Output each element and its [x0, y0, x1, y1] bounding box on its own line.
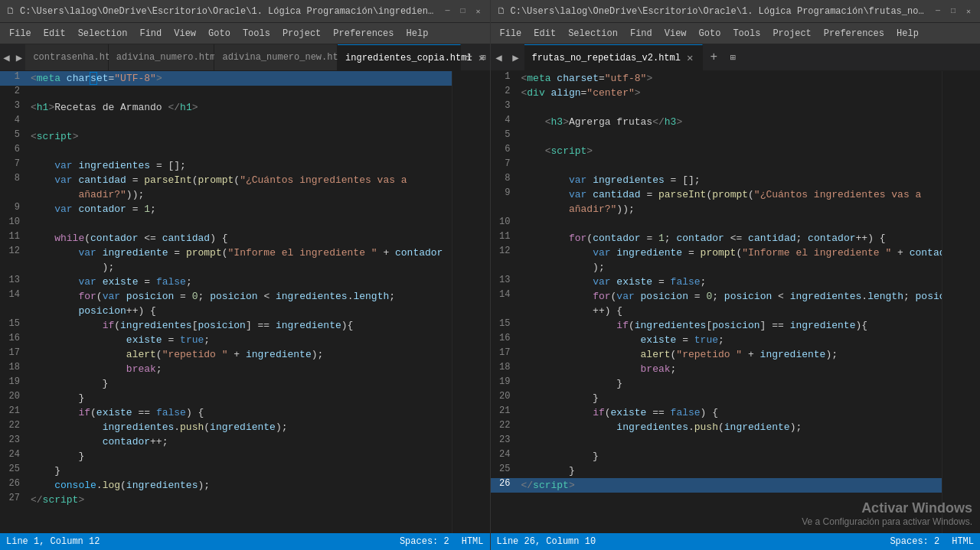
left-close-btn[interactable]: ✕: [473, 6, 484, 17]
left-line-12b: );: [0, 260, 452, 275]
right-maximize-btn[interactable]: □: [948, 6, 959, 17]
left-tab-bar: ◀ ▶ contrasenha.html adivina_numero.html…: [0, 44, 490, 71]
left-line-6: 6: [0, 144, 452, 158]
left-tab-add[interactable]: +: [461, 44, 477, 70]
left-line-2: 2: [0, 86, 452, 100]
left-line-19: 19 }: [0, 376, 452, 391]
right-line-8: 8 var ingredientes = [];: [491, 173, 942, 187]
right-menu-preferences[interactable]: Preferences: [818, 25, 890, 42]
right-minimize-btn[interactable]: ─: [933, 6, 943, 17]
left-line-24: 24 }: [0, 449, 452, 464]
left-line-27: 27 </script>: [0, 493, 452, 507]
left-line-7: 7 var ingredientes = [];: [0, 158, 452, 173]
right-menu-view[interactable]: View: [658, 25, 693, 42]
left-line-5: 5 <script>: [0, 129, 452, 144]
left-line-23: 23 contador++;: [0, 434, 452, 449]
left-file-icon: 🗋: [6, 5, 15, 17]
left-tab-prev[interactable]: ◀: [0, 44, 13, 70]
left-menu-help[interactable]: Help: [400, 25, 435, 42]
left-status-position: Line 1, Column 12: [6, 536, 100, 547]
right-line-20: 20 }: [491, 391, 942, 405]
right-status-spaces: Spaces: 2: [890, 536, 939, 547]
left-line-21: 21 if(existe == false) {: [0, 405, 452, 420]
right-title-bar: 🗋 C:\Users\lalog\OneDrive\Escritorio\Ora…: [491, 0, 981, 23]
right-menu-edit[interactable]: Edit: [528, 25, 562, 42]
left-line-16: 16 existe = true;: [0, 333, 452, 347]
right-line-21: 21 if(existe == false) {: [491, 405, 942, 420]
left-status-spaces: Spaces: 2: [400, 536, 449, 547]
right-code-area[interactable]: 1 <meta charset="utf-8"> 2 <div align="c…: [491, 71, 942, 533]
right-menu-bar: File Edit Selection Find View Goto Tools…: [491, 23, 981, 44]
right-line-18: 18 break;: [491, 362, 942, 376]
left-menu-file[interactable]: File: [3, 25, 38, 42]
left-line-17: 17 alert("repetido " + ingrediente);: [0, 347, 452, 362]
right-tab-bar: ◀ ▶ frutas_no_repetidas_v2.html ✕ + ⊞: [491, 44, 981, 71]
left-line-25: 25 }: [0, 464, 452, 478]
right-line-1: 1 <meta charset="utf-8">: [491, 71, 942, 86]
right-line-25: 25 }: [491, 464, 942, 478]
right-menu-project[interactable]: Project: [766, 25, 817, 42]
right-line-22: 22 ingredientes.push(ingrediente);: [491, 420, 942, 434]
right-line-10: 10: [491, 216, 942, 231]
right-line-16: 16 existe = true;: [491, 333, 942, 347]
left-line-4: 4: [0, 115, 452, 129]
left-line-13: 13 var existe = false;: [0, 275, 452, 289]
left-maximize-btn[interactable]: □: [458, 6, 469, 17]
right-line-14b: ++) {: [491, 304, 942, 318]
left-minimize-btn[interactable]: ─: [443, 6, 453, 17]
left-line-8: 8 var cantidad = parseInt(prompt("¿Cuánt…: [0, 173, 452, 187]
left-menu-find[interactable]: Find: [133, 25, 168, 42]
left-tab-split[interactable]: ⊞: [477, 44, 490, 70]
right-tab-prev[interactable]: ◀: [491, 44, 508, 70]
right-tab-split[interactable]: ⊞: [724, 44, 741, 70]
right-tab-frutas-label: frutas_no_repetidas_v2.html: [532, 53, 681, 63]
left-menu-edit[interactable]: Edit: [38, 25, 72, 42]
right-tab-frutas-close[interactable]: ✕: [685, 53, 694, 63]
left-code-area[interactable]: 1 <meta charset="UTF-8"> 2 3 <h1>Recetas…: [0, 71, 452, 533]
right-line-24: 24 }: [491, 449, 942, 464]
left-tab-adivina[interactable]: adivina_numero.html ✕: [109, 44, 215, 70]
left-line-18: 18 break;: [0, 362, 452, 376]
right-file-icon: 🗋: [497, 5, 506, 17]
left-tab-adivina-new[interactable]: adivina_numero_new.html ✕: [214, 44, 338, 70]
right-menu-find[interactable]: Find: [624, 25, 658, 42]
right-status-position: Line 26, Column 10: [497, 536, 596, 547]
right-line-15: 15 if(ingredientes[posicion] == ingredie…: [491, 318, 942, 333]
left-tab-ingredientes-label: ingredientes_copia.html: [345, 53, 472, 63]
right-tab-frutas[interactable]: frutas_no_repetidas_v2.html ✕: [524, 44, 704, 70]
left-tab-contrasenha[interactable]: contrasenha.html: [25, 44, 108, 70]
right-line-6: 6 <script>: [491, 144, 942, 158]
left-tab-ingredientes[interactable]: ingredientes_copia.html ✕: [338, 44, 461, 70]
left-line-14: 14 for(var posicion = 0; posicion < ingr…: [0, 289, 452, 304]
right-line-9b: añadir?"));: [491, 202, 942, 216]
right-line-3: 3: [491, 100, 942, 115]
right-menu-selection[interactable]: Selection: [562, 25, 624, 42]
right-menu-file[interactable]: File: [494, 25, 528, 42]
right-line-2: 2 <div align="center">: [491, 86, 942, 100]
right-line-23: 23: [491, 434, 942, 449]
left-tab-next[interactable]: ▶: [13, 44, 26, 70]
left-menu-tools[interactable]: Tools: [237, 25, 276, 42]
left-line-22: 22 ingredientes.push(ingrediente);: [0, 420, 452, 434]
right-close-btn[interactable]: ✕: [963, 6, 974, 17]
right-line-26: 26 </script>: [491, 478, 942, 493]
left-line-10: 10: [0, 216, 452, 231]
left-line-14b: posicion++) {: [0, 304, 452, 318]
right-menu-tools[interactable]: Tools: [727, 25, 766, 42]
right-tab-next[interactable]: ▶: [508, 44, 524, 70]
right-title-text: C:\Users\lalog\OneDrive\Escritorio\Oracl…: [511, 6, 929, 17]
left-tab-adivina-new-label: adivina_numero_new.html: [222, 52, 349, 63]
right-menu-goto[interactable]: Goto: [693, 25, 727, 42]
left-menu-selection[interactable]: Selection: [72, 25, 134, 42]
right-tab-add[interactable]: +: [703, 44, 724, 70]
right-line-4: 4 <h3>Agrerga frutas</h3>: [491, 115, 942, 129]
left-menu-preferences[interactable]: Preferences: [327, 25, 400, 42]
right-line-13: 13 var existe = false;: [491, 275, 942, 289]
right-status-bar: Line 26, Column 10 Spaces: 2 HTML: [491, 533, 981, 550]
right-menu-help[interactable]: Help: [890, 25, 925, 42]
left-menu-goto[interactable]: Goto: [202, 25, 237, 42]
left-menu-project[interactable]: Project: [276, 25, 327, 42]
right-line-9: 9 var cantidad = parseInt(prompt("¿Cuánt…: [491, 187, 942, 202]
left-menu-view[interactable]: View: [168, 25, 202, 42]
left-line-11: 11 while(contador <= cantidad) {: [0, 231, 452, 246]
